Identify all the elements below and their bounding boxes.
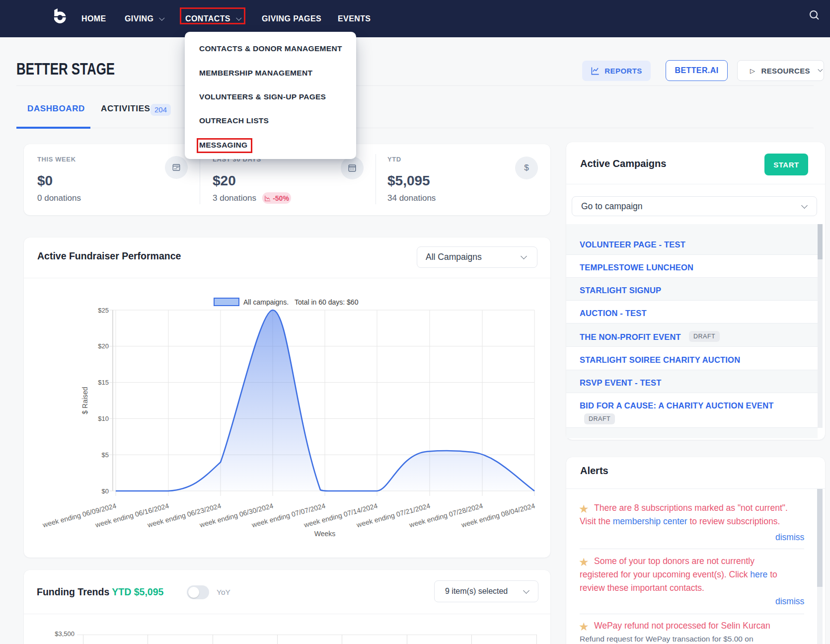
svg-text:$10: $10 (98, 415, 109, 422)
svg-text:$20: $20 (98, 342, 109, 350)
svg-text:Total in 60 days: $60: Total in 60 days: $60 (295, 298, 359, 306)
svg-text:$ Raised: $ Raised (81, 387, 89, 414)
svg-text:Weeks: Weeks (314, 530, 336, 538)
svg-text:$15: $15 (98, 379, 109, 386)
svg-text:$25: $25 (98, 307, 109, 314)
svg-text:$0: $0 (102, 487, 109, 495)
svg-text:All campaigns.: All campaigns. (243, 298, 289, 306)
svg-text:$5: $5 (102, 451, 109, 459)
